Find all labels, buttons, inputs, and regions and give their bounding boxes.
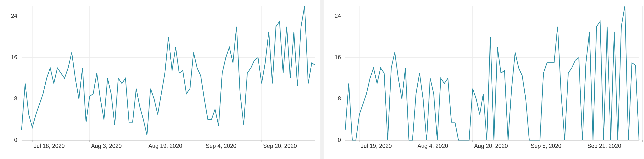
y-tick-label: 8 [338, 95, 341, 102]
x-tick-label: Aug 3, 2020 [91, 143, 122, 149]
series-line [22, 6, 315, 135]
y-tick-label: 16 [334, 54, 341, 60]
series-line [345, 6, 639, 140]
y-tick-label: 0 [14, 137, 17, 143]
chart-panel-right: 081624Jul 19, 2020Aug 4, 2020Aug 20, 202… [324, 0, 644, 159]
chart-svg-right: 081624Jul 19, 2020Aug 4, 2020Aug 20, 202… [324, 0, 644, 159]
x-tick-label: Jul 18, 2020 [34, 143, 65, 149]
x-tick-label: Sep 4, 2020 [206, 143, 236, 149]
x-tick-label: Sep 20, 2020 [263, 143, 297, 149]
chart-svg-left: 081624Jul 18, 2020Aug 3, 2020Aug 19, 202… [0, 0, 320, 159]
charts-row: 081624Jul 18, 2020Aug 3, 2020Aug 19, 202… [0, 0, 644, 159]
y-tick-label: 8 [14, 95, 17, 102]
x-tick-label: Aug 4, 2020 [418, 143, 448, 149]
y-tick-label: 16 [11, 54, 17, 60]
x-tick-label: Aug 19, 2020 [148, 143, 182, 149]
y-tick-label: 24 [334, 12, 341, 19]
x-tick-label: Jul 19, 2020 [361, 143, 392, 149]
x-tick-label: Sep 21, 2020 [587, 143, 621, 149]
x-tick-label: Aug 20, 2020 [474, 143, 508, 149]
x-tick-label: Sep 5, 2020 [531, 143, 562, 149]
y-tick-label: 0 [338, 137, 341, 143]
chart-panel-left: 081624Jul 18, 2020Aug 3, 2020Aug 19, 202… [0, 0, 320, 159]
y-tick-label: 24 [11, 12, 17, 19]
